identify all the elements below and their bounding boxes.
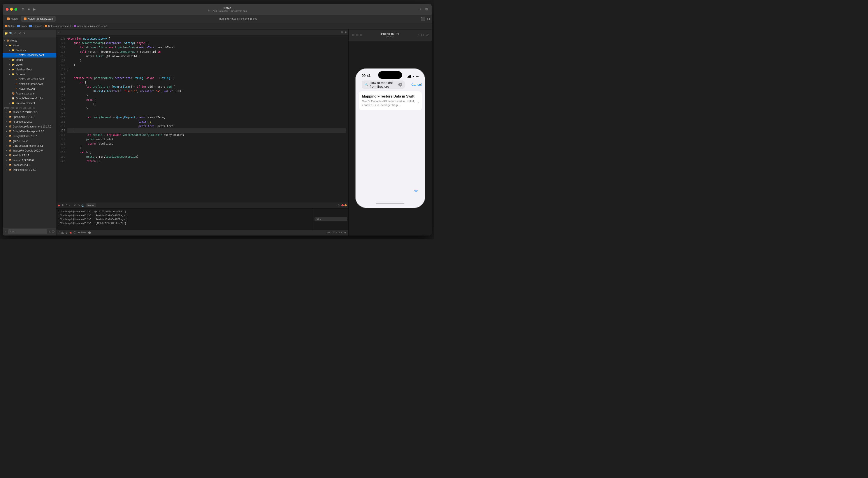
- breadcrumb-notes-folder[interactable]: Notes: [17, 25, 27, 27]
- notes-group-icon: 📂: [8, 44, 12, 47]
- sidebar-pkg-swiftprotobuf[interactable]: ▶ 📦 SwiftProtobuf 1.26.0: [3, 168, 56, 172]
- back-nav-icon[interactable]: ‹: [58, 31, 59, 34]
- code-line-129: [67, 111, 346, 115]
- debug-step-out-icon[interactable]: ↑: [71, 204, 73, 207]
- sidebar-item-noteslistscreen[interactable]: ● NotesListScreen.swift: [3, 77, 56, 81]
- debug-pause-icon[interactable]: ⏸: [62, 204, 64, 207]
- forward-nav-icon[interactable]: ›: [60, 31, 61, 34]
- breadcrumb-file[interactable]: NotesRepository.swift: [45, 25, 71, 27]
- add-file-icon[interactable]: ＋: [4, 230, 7, 234]
- sidebar-pkg-firebase[interactable]: ▶ 📦 Firebase 10.24.0: [3, 120, 56, 124]
- compose-button[interactable]: ✏: [412, 187, 421, 195]
- iphone-tl-1[interactable]: [352, 34, 354, 36]
- sidebar-item-noteeditscreen[interactable]: ● NoteEditScreen.swift: [3, 81, 56, 87]
- code-line-117: }: [67, 58, 346, 63]
- iphone-simulator-title: iPhone 15 Pro: [363, 32, 417, 35]
- code-line-134: let result = try await vectorSearchQuery…: [67, 133, 346, 137]
- code-line-140: return []: [67, 159, 346, 163]
- git-toolbar-icon[interactable]: ⎇: [18, 32, 21, 35]
- debug-tab-notes[interactable]: Notes: [86, 203, 96, 207]
- close-button[interactable]: [6, 8, 8, 11]
- folder-icon-toolbar[interactable]: 📁: [4, 32, 8, 35]
- sidebar-pkg-interopforgoogle[interactable]: ▶ 📦 InteropForGoogle 100.0.0: [3, 148, 56, 153]
- debug-step-over-icon[interactable]: ↷: [65, 204, 68, 207]
- debug-clear-icon[interactable]: 🗑: [338, 204, 340, 207]
- tab-notes-icon: [7, 18, 10, 20]
- iphone-time: 09:41: [362, 74, 371, 78]
- minimize-button[interactable]: [10, 8, 13, 11]
- sidebar-item-notesapp[interactable]: ● NotesApp.swift: [3, 87, 56, 91]
- editor-options-icon[interactable]: ⊠: [427, 17, 430, 21]
- breadcrumb-sep-4: ›: [72, 25, 73, 27]
- tab-notes[interactable]: Notes: [4, 16, 20, 22]
- warning-toolbar-icon[interactable]: ⚠: [14, 32, 17, 35]
- iphone-tl-2[interactable]: [356, 34, 359, 36]
- sidebar-info-icon[interactable]: ⓘ: [52, 230, 55, 234]
- sidebar-item-preview[interactable]: ▶ 📂 Preview Content: [3, 101, 56, 106]
- settings-toolbar-icon[interactable]: ⚙: [23, 32, 25, 35]
- sidebar-pkg-googledatatransport[interactable]: ▶ 📦 GoogleDataTransport 9.4.0: [3, 129, 56, 134]
- iphone-screenshot-icon[interactable]: ⬡: [421, 33, 424, 37]
- editor-layout1-icon[interactable]: ⊟: [341, 31, 343, 34]
- sidebar-filter-input[interactable]: [8, 229, 47, 234]
- debug-attach-icon[interactable]: ⚓: [81, 204, 85, 207]
- sidebar-item-services[interactable]: ▼ 📂 Services: [3, 48, 56, 53]
- sidebar-item-screens[interactable]: ▼ 📂 Screens: [3, 72, 56, 77]
- debug-play-icon[interactable]: ▶: [58, 204, 60, 207]
- sidebar-pkg-promises[interactable]: ▶ 📦 Promises 2.4.0: [3, 163, 56, 168]
- search-toolbar-icon[interactable]: 🔍: [9, 32, 13, 35]
- breadcrumb-services[interactable]: Services: [29, 25, 42, 27]
- sidebar-pkg-abseil[interactable]: ▶ 📦 abseil 1.202401160.1: [3, 110, 56, 114]
- sidebar-pkg-gtmsessionfetcher[interactable]: ▶ 📦 GTMSessionFetcher 3.4.1: [3, 143, 56, 148]
- sidebar-item-viewmodifiers[interactable]: ▶ 📂 ViewModifiers: [3, 67, 56, 72]
- add-tab-icon[interactable]: ＋: [418, 7, 423, 11]
- sidebar-pkg-grpc[interactable]: ▶ 📦 gRPC 1.62.2: [3, 139, 56, 143]
- tab-notes-repository[interactable]: NotesRepository.swift: [21, 16, 56, 22]
- sidebar-item-views[interactable]: ▶ 📂 Views: [3, 62, 56, 67]
- sidebar-pkg-nanopb[interactable]: ▶ 📦 nanopb 2.30910.0: [3, 158, 56, 163]
- iphone-search-bar[interactable]: 🔍 How to map dat from firestore ✕: [362, 80, 405, 89]
- line-num-122: 122: [57, 80, 67, 84]
- editor-layout2-icon[interactable]: ⊞: [344, 31, 347, 34]
- sidebar-toggle-icon[interactable]: ⊞: [21, 7, 25, 11]
- sidebar-item-plist[interactable]: 📋 GoogleService-Info.plist: [3, 96, 56, 101]
- window-subtitle: #1 - Add "Notes for iOS" sample app: [208, 10, 247, 12]
- line-num-130: 130: [57, 115, 67, 120]
- stop-icon[interactable]: ■: [27, 7, 31, 11]
- iphone-home-icon[interactable]: ⌂: [417, 33, 419, 37]
- gu-icon: 📦: [8, 134, 12, 138]
- xcode-window: ⊞ ■ ▶ Notes #1 - Add "Notes for iOS" sam…: [3, 4, 432, 236]
- iphone-tl-3[interactable]: [360, 34, 363, 36]
- sidebar-filter-options-icon[interactable]: ⊙: [49, 230, 51, 233]
- run-icon[interactable]: ▶: [33, 7, 36, 11]
- sidebar-pkg-googleappmeasurement[interactable]: ▶ 📦 GoogleAppMeasurement 10.24.0: [3, 124, 56, 129]
- sidebar-pkg-appcheck[interactable]: ▶ 📦 AppCheck 10.19.0: [3, 114, 56, 120]
- arrow-notes-root: ▼: [3, 40, 6, 41]
- sidebar-item-assets[interactable]: 🎨 Assets.xcassets: [3, 91, 56, 96]
- search-clear-button[interactable]: ✕: [398, 83, 402, 87]
- search-cancel-button[interactable]: Cancel: [410, 83, 422, 87]
- status-layout-icon[interactable]: ⊟: [344, 231, 346, 234]
- sidebar-item-notes-repository[interactable]: ● NotesRepository.swift: [3, 53, 56, 58]
- sidebar-item-notes-root[interactable]: ▼ 📦 Notes: [3, 38, 56, 43]
- debug-breakpoint-icon[interactable]: ⊙: [78, 204, 80, 207]
- breadcrumb-method[interactable]: performQuery(searchTerm:): [74, 25, 107, 27]
- code-lines[interactable]: extension NotesRepository { func semanti…: [67, 36, 348, 203]
- sidebar-pkg-leveldb[interactable]: ▶ 📦 leveldb 1.22.5: [3, 153, 56, 158]
- arrow-firebase: ▶: [6, 121, 8, 123]
- debug-step-in-icon[interactable]: ↓: [69, 204, 70, 207]
- split-editor-icon[interactable]: ⬛: [421, 17, 425, 21]
- sidebar-item-notes-group[interactable]: ▼ 📂 Notes: [3, 43, 56, 48]
- code-area[interactable]: 108 109 114 115 116 117 118 119 120 121 …: [57, 36, 348, 203]
- iphone-traffic-lights: [352, 34, 363, 36]
- sidebar-pkg-googleutilities[interactable]: ▶ 📦 GoogleUtilities 7.13.1: [3, 134, 56, 139]
- line-num-128: 128: [57, 106, 67, 111]
- breadcrumb-notes-root[interactable]: Notes: [5, 25, 15, 27]
- split-view-icon[interactable]: ⊡: [425, 7, 429, 11]
- debug-continue-icon[interactable]: ⟳: [74, 204, 76, 207]
- debug-filter-input[interactable]: [314, 217, 347, 221]
- sidebar-item-model[interactable]: ▶ 📂 Model: [3, 58, 56, 62]
- search-result-card[interactable]: Mapping Firestore Data in Swift Swift's …: [359, 92, 422, 110]
- iphone-rotate-icon[interactable]: ⮐: [426, 33, 429, 37]
- maximize-button[interactable]: [14, 8, 17, 11]
